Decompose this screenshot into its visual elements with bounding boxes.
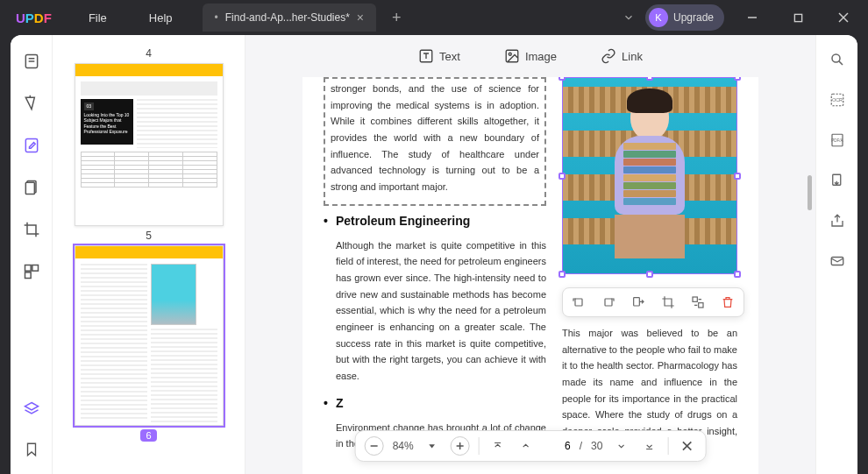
svg-rect-22	[699, 303, 703, 308]
intro-paragraph: stronger bonds, and the use of science f…	[331, 81, 539, 195]
tab-title: Find-and-Ap...her-Studies*	[225, 11, 350, 24]
tab-close-icon[interactable]: ×	[357, 11, 364, 25]
svg-rect-21	[693, 297, 697, 301]
workspace: 4 03Looking Into the Top 10 Subject Majo…	[11, 35, 857, 474]
share-button[interactable]	[827, 210, 848, 231]
resize-handle[interactable]	[646, 271, 653, 278]
add-link-button[interactable]: Link	[601, 48, 643, 64]
library-photo	[563, 78, 736, 273]
resize-handle[interactable]	[734, 77, 741, 81]
zoom-navigation-bar: 84% / 30	[355, 430, 707, 462]
search-button[interactable]	[827, 49, 848, 70]
thumbnail-image-preview	[151, 264, 196, 325]
pdfa-button[interactable]: PDF/A	[827, 130, 848, 151]
tabs-dropdown-icon[interactable]	[623, 11, 635, 24]
zoom-value: 84%	[393, 440, 414, 452]
reader-tool[interactable]	[19, 49, 44, 74]
resize-handle[interactable]	[559, 173, 566, 180]
edit-toolbar: Text Image Link	[245, 35, 815, 77]
image-context-toolbar	[562, 287, 744, 317]
window-close-button[interactable]	[826, 4, 861, 32]
svg-rect-11	[25, 265, 31, 272]
svg-text:OCR: OCR	[832, 97, 843, 103]
current-page-badge: 6	[140, 429, 156, 442]
replace-image-button[interactable]	[689, 294, 707, 311]
svg-rect-13	[25, 272, 31, 279]
close-bar-button[interactable]	[677, 436, 696, 456]
add-link-label: Link	[622, 50, 643, 63]
svg-point-17	[509, 53, 511, 55]
menu-help[interactable]: Help	[128, 11, 194, 25]
crop-tool[interactable]	[19, 217, 44, 242]
svg-text:PDF/A: PDF/A	[831, 138, 843, 143]
page-6-thumbnail[interactable]	[75, 245, 224, 426]
svg-rect-12	[32, 265, 38, 272]
crop-image-button[interactable]	[659, 294, 677, 311]
selected-text-block[interactable]: stronger bonds, and the use of science f…	[324, 77, 546, 206]
document-page: stronger bonds, and the use of science f…	[302, 77, 758, 474]
delete-image-button[interactable]	[719, 294, 736, 311]
scrollbar-handle[interactable]	[808, 175, 812, 210]
add-text-label: Text	[439, 50, 460, 63]
heading-petroleum: Petroleum Engineering	[324, 211, 546, 232]
window-minimize-button[interactable]	[735, 4, 770, 32]
titlebar: UPDF File Help • Find-and-Ap...her-Studi…	[0, 0, 868, 35]
page-5-label: 5	[146, 230, 152, 242]
next-page-button[interactable]	[611, 436, 630, 456]
page-number-input[interactable]	[544, 440, 571, 452]
resize-handle[interactable]	[559, 271, 566, 278]
add-text-button[interactable]: Text	[418, 48, 460, 64]
document-tab[interactable]: • Find-and-Ap...her-Studies* ×	[203, 4, 376, 32]
page-view[interactable]: stronger bonds, and the use of science f…	[245, 77, 815, 474]
upgrade-label: Upgrade	[673, 11, 714, 24]
extract-button[interactable]	[630, 294, 647, 311]
first-page-button[interactable]	[488, 436, 508, 456]
email-button[interactable]	[827, 251, 848, 272]
comment-tool[interactable]	[19, 91, 44, 116]
zoom-in-button[interactable]	[451, 436, 470, 456]
page-total: 30	[591, 440, 602, 452]
heading-z: Z	[324, 393, 546, 414]
menu-file[interactable]: File	[68, 11, 128, 25]
upgrade-button[interactable]: K Upgrade	[645, 4, 724, 31]
page-separator: /	[580, 440, 582, 452]
app-logo: UPDF	[0, 11, 68, 25]
svg-rect-10	[25, 182, 34, 194]
svg-rect-18	[575, 299, 582, 306]
edit-tool[interactable]	[19, 133, 44, 158]
resize-handle[interactable]	[646, 77, 653, 81]
svg-rect-1	[794, 14, 801, 21]
thumbnail-panel: 4 03Looking Into the Top 10 Subject Majo…	[53, 35, 245, 474]
rotate-left-button[interactable]	[570, 294, 587, 311]
new-tab-button[interactable]: +	[392, 9, 402, 27]
rotate-right-button[interactable]	[600, 294, 617, 311]
window-maximize-button[interactable]	[780, 4, 815, 32]
page-4-label: 4	[146, 47, 152, 60]
organize-tool[interactable]	[19, 175, 44, 200]
export-button[interactable]	[827, 170, 848, 191]
page-4-thumbnail[interactable]: 03Looking Into the Top 10 Subject Majors…	[75, 63, 224, 226]
svg-marker-24	[429, 444, 435, 448]
right-toolbar: OCR PDF/A	[815, 35, 857, 474]
zoom-out-button[interactable]	[365, 436, 384, 456]
resize-handle[interactable]	[734, 173, 741, 180]
selected-image[interactable]	[562, 77, 737, 274]
add-image-label: Image	[525, 50, 557, 63]
layers-button[interactable]	[19, 397, 44, 421]
svg-marker-14	[25, 403, 38, 410]
main-area: Text Image Link stronger bonds, and the …	[245, 35, 815, 474]
zoom-dropdown-icon[interactable]	[423, 436, 442, 456]
petroleum-paragraph: Although the market is quite competitive…	[324, 237, 546, 385]
prev-page-button[interactable]	[516, 436, 536, 456]
resize-handle[interactable]	[559, 77, 566, 81]
tools-tool[interactable]	[19, 259, 44, 284]
ocr-button[interactable]: OCR	[827, 89, 848, 110]
svg-rect-19	[605, 299, 612, 306]
last-page-button[interactable]	[639, 436, 658, 456]
resize-handle[interactable]	[734, 271, 741, 278]
bookmark-button[interactable]	[19, 437, 44, 462]
left-toolbar	[11, 35, 53, 474]
tab-dirty-indicator: •	[215, 11, 218, 24]
user-avatar: K	[649, 8, 668, 27]
add-image-button[interactable]: Image	[504, 48, 557, 64]
